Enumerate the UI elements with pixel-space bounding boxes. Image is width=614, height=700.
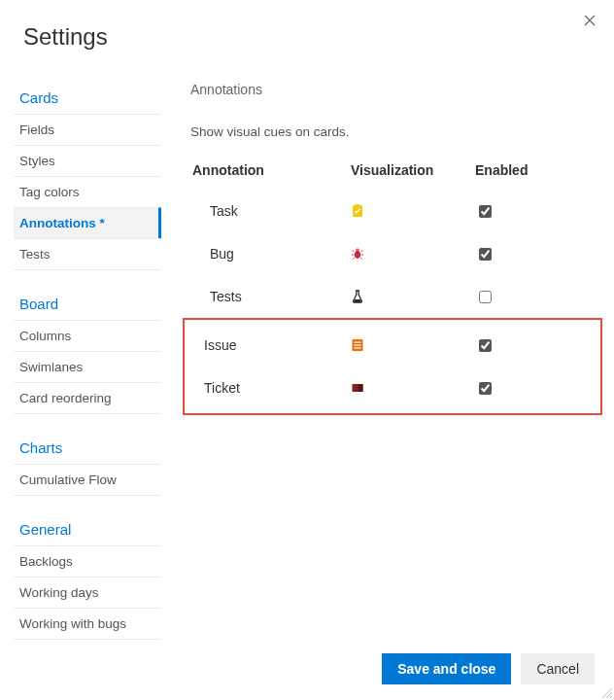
list-icon (351, 338, 364, 352)
sidebar-item-backlogs[interactable]: Backlogs (14, 545, 161, 577)
table-row: Issue (190, 324, 595, 367)
enabled-cell (475, 288, 595, 306)
svg-point-4 (356, 250, 357, 251)
enabled-checkbox[interactable] (479, 205, 492, 218)
section-description: Show visual cues on cards. (190, 124, 595, 139)
sidebar-section-head: Charts (14, 432, 161, 464)
col-enabled: Enabled (475, 162, 595, 178)
cancel-button[interactable]: Cancel (521, 653, 595, 684)
enabled-checkbox[interactable] (479, 382, 492, 395)
enabled-cell (475, 379, 595, 398)
visualization-cell (351, 290, 475, 303)
sidebar-section-head: Cards (14, 82, 161, 114)
sidebar-item-fields[interactable]: Fields (14, 114, 161, 145)
visualization-cell (351, 247, 475, 261)
visualization-cell (351, 381, 475, 395)
table-row: Tests (190, 275, 595, 318)
sidebar-item-working-days[interactable]: Working days (14, 577, 161, 608)
svg-rect-9 (355, 347, 361, 348)
sidebar-item-swimlanes[interactable]: Swimlanes (14, 351, 161, 382)
resize-grip-icon[interactable] (600, 686, 612, 698)
col-visualization: Visualization (351, 162, 475, 178)
task-icon (351, 204, 364, 218)
svg-rect-11 (358, 384, 363, 392)
save-and-close-button[interactable]: Save and close (382, 653, 511, 684)
ticket-icon (351, 381, 364, 395)
enabled-cell (475, 202, 595, 221)
enabled-checkbox[interactable] (479, 291, 492, 303)
annotation-name: Task (190, 203, 351, 219)
sidebar-item-columns[interactable]: Columns (14, 320, 161, 351)
enabled-cell (475, 245, 595, 263)
svg-rect-7 (355, 342, 361, 343)
bug-icon (351, 247, 364, 261)
enabled-checkbox[interactable] (479, 339, 492, 352)
enabled-cell (475, 336, 595, 355)
sidebar-section-head: Board (14, 288, 161, 320)
annotation-name: Bug (190, 246, 351, 262)
annotations-table: Annotation Visualization Enabled TaskBug… (190, 157, 595, 415)
svg-rect-1 (356, 204, 359, 207)
highlight-box: IssueTicket (183, 318, 602, 415)
annotation-name: Ticket (190, 380, 351, 396)
page-title: Settings (0, 0, 614, 82)
table-row: Ticket (190, 367, 595, 409)
flask-icon (351, 290, 364, 303)
main-panel: Annotations Show visual cues on cards. A… (161, 82, 614, 640)
sidebar-section-head: General (14, 513, 161, 545)
annotation-name: Issue (190, 337, 351, 353)
sidebar-item-working-with-bugs[interactable]: Working with bugs (14, 608, 161, 640)
table-row: Task (190, 190, 595, 232)
annotation-name: Tests (190, 289, 351, 304)
sidebar-item-styles[interactable]: Styles (14, 145, 161, 176)
col-annotation: Annotation (190, 162, 351, 178)
sidebar-item-tests[interactable]: Tests (14, 238, 161, 270)
section-title: Annotations (190, 82, 595, 97)
sidebar: CardsFieldsStylesTag colorsAnnotations *… (14, 82, 161, 640)
svg-rect-8 (355, 344, 361, 345)
sidebar-item-card-reordering[interactable]: Card reordering (14, 382, 161, 414)
sidebar-item-tag-colors[interactable]: Tag colors (14, 176, 161, 207)
visualization-cell (351, 204, 475, 218)
close-icon[interactable] (581, 12, 598, 29)
dialog-footer: Save and close Cancel (382, 653, 595, 684)
enabled-checkbox[interactable] (479, 248, 492, 261)
table-row: Bug (190, 232, 595, 275)
svg-point-5 (358, 250, 358, 251)
visualization-cell (351, 338, 475, 352)
sidebar-item-annotations[interactable]: Annotations * (14, 207, 161, 238)
sidebar-item-cumulative-flow[interactable]: Cumulative Flow (14, 464, 161, 496)
table-header-row: Annotation Visualization Enabled (190, 157, 595, 184)
